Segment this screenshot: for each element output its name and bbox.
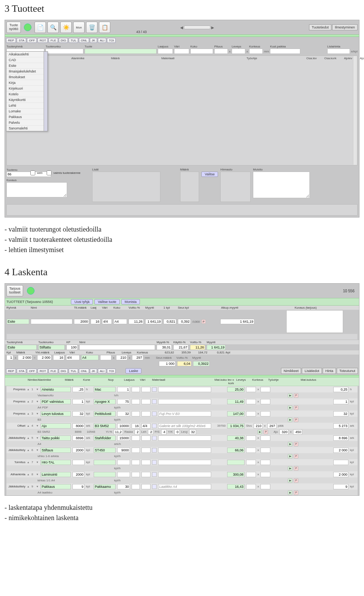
op-lev[interactable] (246, 448, 256, 453)
mat-checkbox[interactable] (152, 412, 157, 416)
input-vari[interactable] (174, 49, 189, 54)
dd-item-kirjekuori[interactable]: Kirjekuori (6, 85, 44, 91)
mat-checkbox[interactable] (152, 387, 157, 392)
op-kork[interactable] (260, 387, 270, 392)
code4-dig[interactable]: DIG (59, 369, 68, 374)
mr1-kp[interactable] (66, 345, 78, 350)
op-kul[interactable] (333, 387, 348, 392)
op-kul[interactable] (333, 472, 348, 477)
dd-item-pakkaus[interactable]: Pakkaus (6, 114, 44, 120)
valitse-button[interactable]: Valitse (201, 172, 218, 177)
dd-item-palvelu[interactable]: Palvelu (6, 120, 44, 125)
tab-ilmestyminen[interactable]: Ilmestyminen (332, 24, 358, 30)
op-maara[interactable] (72, 460, 85, 465)
op-lev[interactable] (246, 460, 256, 465)
mr2-laaj[interactable] (53, 355, 64, 360)
op-vari[interactable] (141, 435, 151, 441)
op-kork[interactable] (260, 472, 270, 477)
code-ali[interactable]: ALI (98, 38, 106, 43)
code-sta[interactable]: STA (17, 38, 26, 43)
op-mat[interactable] (158, 484, 211, 489)
triangle-up-icon[interactable]: ▲ (27, 449, 30, 451)
op-mat[interactable] (158, 460, 211, 465)
code4-jk[interactable]: JK (90, 369, 97, 374)
input-listahinta[interactable] (327, 49, 350, 54)
op-nop[interactable] (117, 448, 130, 453)
mat-checkbox[interactable] (152, 484, 157, 489)
op-name[interactable] (41, 435, 71, 441)
mr3-seur[interactable] (159, 361, 176, 366)
arrow-right-icon[interactable]: ▶ (288, 466, 292, 471)
td-laaj[interactable] (91, 319, 100, 324)
tuoteryhma-dropdown[interactable]: Aikakauslehti CAD Esite Ilmaisjakelulehd… (6, 51, 48, 131)
op-nop[interactable] (117, 423, 130, 429)
triangle-down-icon[interactable]: ▼ (36, 485, 39, 488)
op-kone[interactable] (94, 484, 116, 489)
op-kork[interactable] (260, 484, 270, 489)
mr2-vari[interactable] (66, 355, 80, 360)
op-nop[interactable] (117, 484, 130, 489)
input-korkeus[interactable] (249, 49, 263, 54)
mr2-pituus[interactable] (100, 355, 111, 360)
textarea-muistio[interactable] (253, 172, 310, 198)
triangle-up-icon[interactable]: ▲ (27, 400, 30, 403)
laske-button[interactable]: Laske (126, 368, 141, 374)
btn-valitse-tuote[interactable]: Valitse tuote (94, 299, 120, 304)
op-kone[interactable] (94, 460, 116, 465)
op-sivu-h[interactable] (267, 423, 276, 429)
op-kork[interactable] (260, 460, 270, 465)
triangle-down-icon[interactable]: ▼ (36, 424, 39, 427)
tab-tuotetiedot[interactable]: Tuotetiedot (309, 24, 331, 30)
code-onl[interactable]: ONL (79, 38, 89, 43)
code-jk[interactable]: JK (90, 38, 97, 43)
td-koko[interactable] (113, 319, 127, 324)
td-vari[interactable] (102, 319, 112, 324)
op-lev[interactable] (246, 387, 256, 392)
op-kul[interactable] (333, 399, 348, 404)
code4-fle[interactable]: FLE (49, 369, 58, 374)
op-laaj[interactable] (132, 411, 140, 416)
triangle-up-icon[interactable]: ▲ (27, 424, 30, 427)
op-laaj[interactable] (132, 399, 140, 404)
op-price[interactable] (227, 411, 245, 416)
kuvaus-tarjous-box[interactable] (286, 310, 343, 333)
mat-checkbox[interactable] (152, 448, 157, 453)
op-price[interactable] (227, 423, 245, 429)
input-tuoterunko[interactable] (46, 49, 83, 54)
code-rot[interactable]: ROT (38, 38, 48, 43)
record-slider[interactable]: ◀ ▶ (180, 25, 214, 30)
td-nimi[interactable] (31, 319, 72, 324)
td-p-btn[interactable]: P (201, 319, 206, 324)
dd-item-esite[interactable]: Esite (6, 63, 44, 68)
op-lev[interactable] (246, 399, 256, 404)
code4-rot[interactable]: ROT (38, 369, 48, 374)
op-name[interactable] (41, 448, 71, 453)
triangle-up-icon[interactable]: ▲ (27, 485, 30, 488)
op-price[interactable] (227, 387, 245, 392)
td-seurkpl[interactable] (178, 319, 191, 324)
op-kul[interactable] (333, 423, 348, 429)
dd-item-sanomalehti[interactable]: Sanomalehti (6, 125, 44, 131)
dd-item-lomake[interactable]: Lomake (6, 108, 44, 114)
op-lev[interactable] (246, 435, 256, 441)
mr1-myynti[interactable] (207, 345, 226, 350)
dropdown-scrollbar[interactable] (44, 52, 47, 131)
mr1-myyntipc[interactable] (157, 345, 172, 350)
triangle-down-icon[interactable]: ▼ (36, 473, 39, 476)
op-kone[interactable] (94, 472, 116, 477)
code-tul[interactable]: TUL (69, 38, 78, 43)
op-kork[interactable] (260, 448, 270, 453)
triangle-down-icon[interactable]: ▼ (36, 437, 39, 439)
op-maara[interactable] (72, 387, 85, 392)
mr1-tuoteryhma[interactable] (6, 345, 37, 350)
op-name[interactable] (41, 423, 71, 429)
td-ryhma[interactable] (6, 319, 29, 324)
op-maara[interactable] (72, 484, 85, 489)
mr2-kpl[interactable] (6, 355, 13, 360)
op-maara[interactable] (72, 399, 85, 404)
mat-checkbox[interactable] (152, 399, 157, 404)
op-mat[interactable] (158, 448, 211, 453)
op-laaj[interactable] (132, 472, 140, 477)
op-nop[interactable] (117, 399, 130, 404)
op-mat[interactable] (158, 472, 211, 477)
